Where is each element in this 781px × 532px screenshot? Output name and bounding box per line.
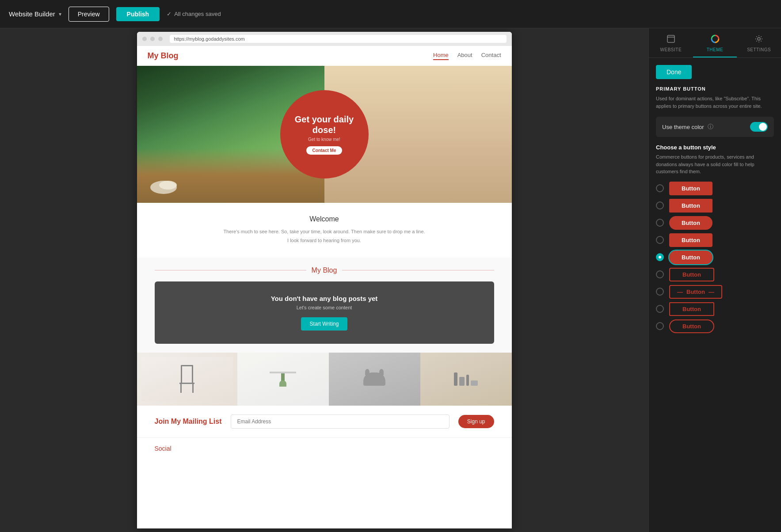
gallery-item-2 [237,353,329,406]
save-status: ✓ All changes saved [167,11,221,17]
site-nav: My Blog Home About Contact [137,46,512,66]
gallery-item-3 [329,353,420,406]
button-style-row-2: Button [656,199,774,213]
btn-preview-6[interactable]: Button [669,268,714,281]
mailing-section: Join My Mailing List Sign up [137,406,512,437]
button-style-row-5: Button [656,251,774,264]
button-style-row-6: Button [656,268,774,281]
blog-divider-right [342,270,494,270]
preview-button[interactable]: Preview [69,7,109,22]
panel-content: Done PRIMARY BUTTON Used for dominant ac… [649,58,781,532]
saved-text: All changes saved [174,11,221,17]
btn-preview-8[interactable]: Button [669,302,714,316]
gallery-item-4 [420,353,512,406]
button-style-row-7: —Button— [656,285,774,299]
start-writing-button[interactable]: Start Writing [301,317,348,331]
nav-home[interactable]: Home [433,52,449,60]
use-theme-color-label: Use theme color [662,124,704,130]
right-panel: WEBSITE THEME [648,28,781,532]
main-area: https://myblog.godaddysites.com My Blog … [0,28,781,532]
nav-links[interactable]: Home About Contact [433,52,501,60]
panel-tabs: WEBSITE THEME [649,28,781,58]
radio-style-4[interactable] [656,236,664,244]
site-content: My Blog Home About Contact [137,46,512,459]
browser-dot-3 [158,37,163,41]
btn-preview-1[interactable]: Button [669,182,712,195]
check-icon: ✓ [167,11,171,17]
blog-section: My Blog You don't have any blog posts ye… [137,258,512,353]
button-style-row-1: Button [656,182,774,195]
radio-style-8[interactable] [656,305,664,313]
hero-circle-subtitle: Get to know me! [308,137,340,142]
browser-dot-1 [142,37,147,41]
gallery [137,353,512,406]
website-icon [667,34,675,46]
blog-divider-left [155,270,306,270]
blog-empty-state: You don't have any blog posts yet Let's … [155,281,494,344]
radio-style-3[interactable] [656,219,664,227]
footer-preview: Social [137,437,512,459]
blog-empty-subtitle: Let's create some content [168,305,481,310]
button-style-row-4: Button [656,233,774,247]
browser-mockup: https://myblog.godaddysites.com My Blog … [137,32,512,528]
dropdown-arrow-icon: ▾ [59,11,61,17]
radio-style-9[interactable] [656,322,664,330]
url-bar: https://myblog.godaddysites.com [170,35,507,43]
btn-preview-5[interactable]: Button [669,251,712,264]
nav-contact[interactable]: Contact [481,52,501,60]
welcome-title: Welcome [172,215,476,223]
button-style-list: Button Button Button Button [656,182,774,333]
btn-preview-3[interactable]: Button [669,216,712,230]
nav-about[interactable]: About [457,52,472,60]
theme-icon [711,34,720,46]
gallery-item-1 [137,353,237,406]
radio-style-5[interactable] [656,253,664,261]
primary-button-label: PRIMARY BUTTON [656,86,774,91]
svg-point-3 [758,38,760,40]
info-icon[interactable]: ⓘ [708,123,713,131]
browser-bar: https://myblog.godaddysites.com [137,32,512,46]
choose-style-desc: Commerce buttons for products, services … [656,153,774,175]
blog-empty-title: You don't have any blog posts yet [168,295,481,302]
use-theme-color-toggle[interactable] [750,122,768,132]
radio-style-7[interactable] [656,288,664,296]
toolbar: Website Builder ▾ Preview Publish ✓ All … [0,0,781,28]
btn-preview-4[interactable]: Button [669,233,712,247]
tab-theme-label: THEME [707,47,724,52]
button-style-row-9: Button [656,319,774,333]
signup-button[interactable]: Sign up [458,415,494,428]
toggle-label-wrap: Use theme color ⓘ [662,123,713,131]
button-style-row-8: Button [656,302,774,316]
mailing-title: Join My Mailing List [155,418,222,426]
tab-theme[interactable]: THEME [693,28,737,57]
radio-style-2[interactable] [656,201,664,209]
footer-social-title: Social [155,445,171,452]
button-style-row-3: Button [656,216,774,230]
choose-style-title: Choose a button style [656,144,774,151]
publish-button[interactable]: Publish [116,7,160,21]
btn-preview-2[interactable]: Button [669,199,712,213]
svg-rect-0 [667,35,674,42]
hero-circle: Get your daily dose! Get to know me! Con… [280,90,369,179]
blog-section-title: My Blog [312,266,337,274]
btn-preview-7[interactable]: —Button— [669,285,722,299]
done-button[interactable]: Done [656,65,692,79]
primary-button-desc: Used for dominant actions, like "Subscri… [656,95,774,110]
blog-title-row: My Blog [155,266,494,274]
canvas-area[interactable]: https://myblog.godaddysites.com My Blog … [0,28,648,532]
hero-contact-button[interactable]: Contact Me [306,146,343,155]
brand-name: Website Builder [9,10,55,18]
tab-website-label: WEBSITE [660,47,682,52]
email-input[interactable] [231,414,450,429]
hero-section: Get your daily dose! Get to know me! Con… [137,66,512,203]
tab-settings-label: SETTINGS [747,47,771,52]
browser-dot-2 [150,37,155,41]
radio-style-1[interactable] [656,184,664,192]
tab-settings[interactable]: SETTINGS [737,28,781,57]
radio-style-6[interactable] [656,270,664,278]
btn-preview-9[interactable]: Button [669,319,714,333]
tab-website[interactable]: WEBSITE [649,28,693,57]
welcome-text-2: I look forward to hearing from you. [172,236,476,245]
brand[interactable]: Website Builder ▾ [9,10,61,18]
hero-circle-title: Get your daily dose! [289,114,360,135]
